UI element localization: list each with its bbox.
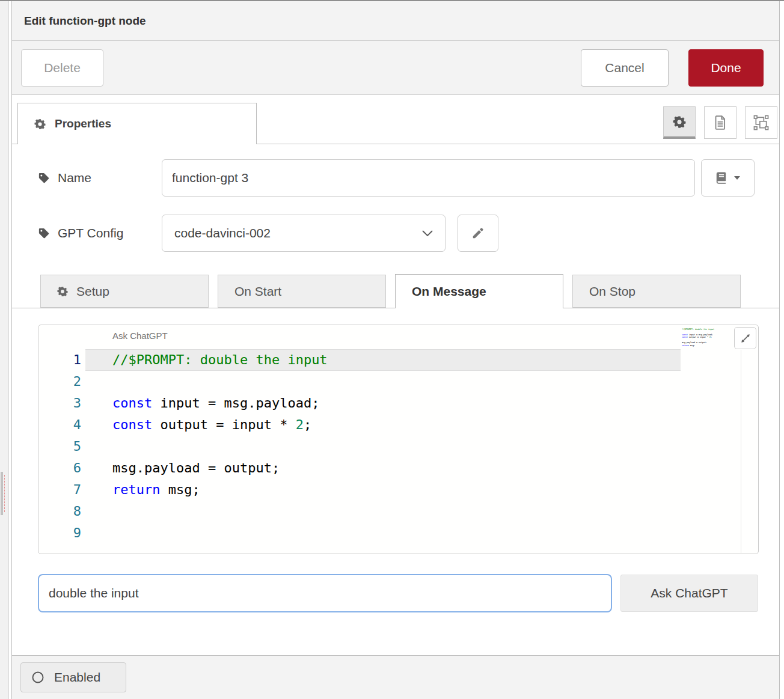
expand-icon [740,333,751,344]
ask-chatgpt-button[interactable]: Ask ChatGPT [620,575,758,612]
delete-button[interactable]: Delete [21,49,103,87]
code-lines: 1//$PROMPT: double the input23const inpu… [38,349,758,544]
code-line-3[interactable]: 3const input = msg.payload; [38,392,758,414]
name-input[interactable] [162,159,695,197]
name-field-row: Name [38,159,779,197]
line-code [81,501,112,522]
line-number: 9 [38,522,81,544]
appearance-button[interactable] [745,106,777,139]
tab-setup-label: Setup [76,284,109,299]
line-code: const input = msg.payload; [81,392,319,414]
document-icon [713,115,727,130]
codelens-ask-chatgpt[interactable]: Ask ChatGPT [112,331,168,341]
gpt-config-label: GPT Config [38,226,162,240]
tab-toolbar-buttons [663,106,777,139]
prompt-row: Ask ChatGPT [38,574,779,612]
function-tabs: Setup On Start On Message On Stop [12,274,779,308]
tab-on-stop-label: On Stop [589,284,635,299]
gpt-config-label-text: GPT Config [58,226,123,240]
tag-icon [38,227,50,239]
line-code [81,371,112,392]
tab-properties[interactable]: Properties [17,103,257,144]
properties-tab-row: Properties [12,95,779,144]
group-selection-icon [753,115,769,130]
workspace-grid-line [4,475,5,512]
line-code [81,436,112,457]
gpt-config-selected-value: code-davinci-002 [174,226,271,240]
line-code: return msg; [81,479,200,501]
gpt-config-select[interactable]: code-davinci-002 [162,215,446,252]
code-line-9[interactable]: 9 [38,522,758,544]
tab-on-stop[interactable]: On Stop [572,275,741,308]
line-number: 3 [38,392,81,414]
gear-icon [34,118,46,130]
tray-header: Edit function-gpt node [12,1,779,41]
enabled-toggle[interactable]: Enabled [20,662,126,692]
minimap[interactable]: //$PROMPT: double the input const input … [682,328,729,359]
code-line-5[interactable]: 5 [38,436,758,457]
expand-editor-button[interactable] [734,327,756,349]
line-number: 4 [38,414,81,436]
workspace-edge [0,1,9,699]
circle-icon [31,671,44,684]
name-label: Name [38,171,162,185]
cancel-button[interactable]: Cancel [581,49,669,87]
line-number: 8 [38,501,81,522]
edit-tray: Edit function-gpt node Delete Cancel Don… [11,1,780,699]
prompt-input[interactable] [38,574,612,612]
gear-icon [673,115,686,129]
code-line-7[interactable]: 7return msg; [38,479,758,501]
line-code: msg.payload = output; [81,457,280,479]
code-line-6[interactable]: 6msg.payload = output; [38,457,758,479]
tab-on-start-label: On Start [234,284,281,299]
line-code: const output = input * 2; [81,414,311,436]
library-button[interactable] [701,159,755,197]
gear-icon [57,286,68,297]
tab-setup[interactable]: Setup [40,275,209,308]
done-button[interactable]: Done [688,49,764,87]
tab-on-start[interactable]: On Start [218,275,386,308]
line-code [81,522,112,544]
name-label-text: Name [58,171,91,185]
tag-icon [38,172,50,184]
caret-down-icon [733,176,741,180]
tab-on-message-label: On Message [412,284,486,299]
code-line-1[interactable]: 1//$PROMPT: double the input [38,349,758,371]
line-number: 2 [38,371,81,392]
code-line-2[interactable]: 2 [38,371,758,392]
description-button[interactable] [704,106,737,139]
tray-toolbar: Delete Cancel Done [12,41,779,95]
edit-node-dialog: Edit function-gpt node Delete Cancel Don… [0,0,784,699]
code-editor[interactable]: Ask ChatGPT 1//$PROMPT: double the input… [38,325,759,554]
chevron-down-icon [422,230,433,237]
tray-body: Properties [12,95,779,655]
code-line-4[interactable]: 4const output = input * 2; [38,414,758,436]
enabled-label: Enabled [54,670,100,685]
tab-on-message[interactable]: On Message [395,274,563,308]
tab-properties-label: Properties [55,117,111,130]
line-number: 6 [38,457,81,479]
workspace-scrollbar[interactable] [1,472,3,515]
pencil-icon [471,227,485,240]
line-number: 1 [38,349,81,371]
page-title: Edit function-gpt node [24,14,146,28]
book-icon [715,171,728,185]
code-line-8[interactable]: 8 [38,501,758,522]
line-number: 7 [38,479,81,501]
edit-config-button[interactable] [458,215,498,252]
editor-scroll-divider [741,350,741,553]
minimap-content: //$PROMPT: double the input const input … [682,328,728,352]
tray-footer: Enabled [12,655,779,699]
gpt-config-field-row: GPT Config code-davinci-002 [38,215,779,252]
line-code: //$PROMPT: double the input [81,349,328,371]
line-number: 5 [38,436,81,457]
properties-gear-button[interactable] [663,106,696,139]
